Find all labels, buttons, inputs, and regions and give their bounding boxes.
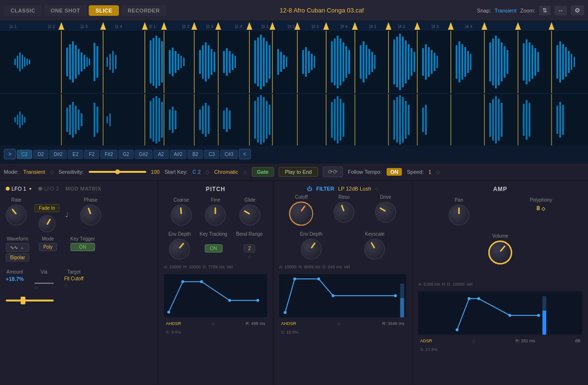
slice-marker-16[interactable]	[515, 22, 521, 30]
fade-in-button[interactable]: Fade In	[35, 204, 59, 212]
filter-adsr-graph[interactable]	[279, 274, 406, 317]
sensitivity-value[interactable]: 100	[151, 169, 160, 175]
note-d2[interactable]: D2	[33, 150, 48, 159]
note-a2[interactable]: A2	[153, 150, 169, 159]
mode-recorder-button[interactable]: RECORDER	[121, 5, 166, 16]
key-trigger-button[interactable]: ON	[71, 243, 95, 251]
svg-point-229	[257, 299, 259, 302]
pitch-adsr-graph[interactable]	[164, 274, 267, 317]
polyphony-value[interactable]: 8 ◇	[536, 205, 545, 212]
slice-marker-8[interactable]	[270, 22, 275, 30]
sensitivity-slider[interactable]	[89, 171, 146, 173]
play-to-end-button[interactable]: Play to End	[279, 167, 318, 177]
svg-rect-128	[495, 36, 497, 88]
filter-type-chevron[interactable]: ◇	[375, 186, 378, 191]
filter-env-depth-knob[interactable]	[301, 239, 322, 260]
bend-range-value[interactable]: 2	[244, 244, 255, 253]
mode-oneshot-button[interactable]: ONE SHOT	[44, 5, 87, 16]
key-tracking-button[interactable]: ON	[205, 244, 223, 253]
zoom-fit-button[interactable]: ⇅	[539, 6, 551, 15]
waveform-selector[interactable]: ∿∿ ▲	[6, 243, 29, 252]
slice-marker-9[interactable]	[294, 22, 300, 30]
note-nav-right[interactable]: <	[239, 149, 251, 159]
slice-marker-3[interactable]	[142, 22, 148, 30]
note-a2s[interactable]: A#2	[170, 150, 187, 159]
pan-knob[interactable]	[448, 205, 470, 226]
amp-adsr-graph[interactable]	[418, 291, 582, 335]
lfo1-tab[interactable]: LFO 1 ●	[6, 186, 32, 192]
slice-marker-7[interactable]	[247, 22, 252, 30]
zoom-fit-h-button[interactable]: ↔	[554, 6, 567, 15]
coarse-knob[interactable]	[171, 205, 192, 226]
phase-knob[interactable]	[80, 205, 101, 226]
chromatic-value[interactable]: Chromatic	[214, 169, 238, 175]
lfo2-power-icon[interactable]	[38, 187, 42, 191]
follow-tempo-value[interactable]: ON	[387, 168, 402, 176]
note-c3[interactable]: C3	[204, 150, 219, 159]
lfo1-power-icon[interactable]	[6, 187, 10, 191]
note-c2[interactable]: C2	[17, 150, 32, 159]
mode-classic-button[interactable]: CLASSIC	[4, 5, 42, 16]
lfo-sync-icon[interactable]: ♩	[65, 211, 69, 218]
reso-knob[interactable]	[333, 202, 354, 223]
fine-knob[interactable]	[205, 205, 226, 226]
note-b2[interactable]: B2	[188, 150, 203, 159]
slice-marker-12[interactable]	[386, 22, 391, 30]
glide-knob[interactable]	[239, 205, 260, 226]
speed-value[interactable]: 1	[428, 169, 431, 175]
pitch-env-depth-knob[interactable]	[169, 239, 190, 260]
cutoff-knob[interactable]	[289, 202, 313, 226]
keyscale-knob[interactable]	[364, 239, 385, 260]
start-key-value[interactable]: C 2	[192, 169, 200, 175]
filter-power-icon[interactable]: ⏻	[307, 186, 312, 192]
amp-adsr-label[interactable]: ADSR	[420, 338, 432, 343]
slice-marker-5[interactable]	[191, 22, 197, 30]
slice-marker-2[interactable]	[100, 22, 106, 30]
svg-rect-136	[531, 45, 533, 79]
slice-marker-13[interactable]	[414, 22, 420, 30]
note-c3s[interactable]: C#3	[220, 150, 237, 159]
slice-marker-14[interactable]	[448, 22, 454, 30]
note-d2s[interactable]: D#2	[49, 150, 67, 159]
pitch-ahdsr-label[interactable]: AHDSR	[166, 321, 181, 326]
polyphony-label: Polyphony	[529, 197, 552, 203]
mod-matrix-label[interactable]: MOD MATRIX	[66, 186, 102, 192]
waveform-top[interactable]	[0, 31, 588, 93]
slice-marker-15[interactable]	[482, 22, 487, 30]
note-g2[interactable]: G2	[118, 150, 134, 159]
rate-knob[interactable]	[6, 205, 27, 226]
filter-type[interactable]: LP 12dB Lush	[338, 186, 371, 192]
volume-knob[interactable]	[488, 241, 512, 265]
svg-rect-65	[180, 56, 182, 68]
slice-marker-1[interactable]	[59, 22, 64, 30]
slice-marker-6[interactable]	[215, 22, 221, 30]
lfo2-tab[interactable]: LFO 2	[38, 186, 59, 192]
lfo-amount-slider[interactable]	[6, 300, 54, 301]
svg-rect-52	[106, 57, 108, 67]
note-f2[interactable]: F2	[84, 150, 99, 159]
waveform-bottom[interactable]	[0, 94, 588, 145]
mode-value[interactable]: Transient	[24, 169, 45, 175]
pitch-d-label: D: 7709 ms	[203, 265, 225, 269]
settings-button[interactable]: ⚙	[571, 5, 584, 15]
note-g2s[interactable]: G#2	[135, 150, 153, 159]
loop-button[interactable]: ⟳⟳	[323, 167, 343, 177]
lfo-mode-value[interactable]: Poly	[39, 243, 57, 251]
note-nav-left[interactable]: >	[4, 149, 16, 159]
slice-marker-17[interactable]	[549, 22, 554, 30]
gate-button[interactable]: Gate	[252, 167, 274, 177]
slice-marker-4[interactable]	[161, 22, 167, 30]
note-e2[interactable]: E2	[68, 150, 83, 159]
target-group: Target Flt Cutoff ◇	[64, 269, 83, 288]
note-f2s[interactable]: F#2	[100, 150, 117, 159]
drive-knob[interactable]	[375, 202, 396, 223]
filter-ahdsr-label[interactable]: AHDSR	[281, 321, 296, 326]
mode-slice-button[interactable]: SLICE	[89, 5, 119, 16]
fade-knob[interactable]	[38, 215, 56, 232]
slice-marker-10[interactable]	[323, 22, 329, 30]
snap-value[interactable]: Transient	[494, 8, 516, 13]
target-value[interactable]: Flt Cutoff	[64, 276, 83, 281]
bipolar-button[interactable]: Bipolar	[6, 253, 29, 262]
slice-marker-11[interactable]	[352, 22, 358, 30]
fade-group: Fade In	[35, 204, 59, 232]
